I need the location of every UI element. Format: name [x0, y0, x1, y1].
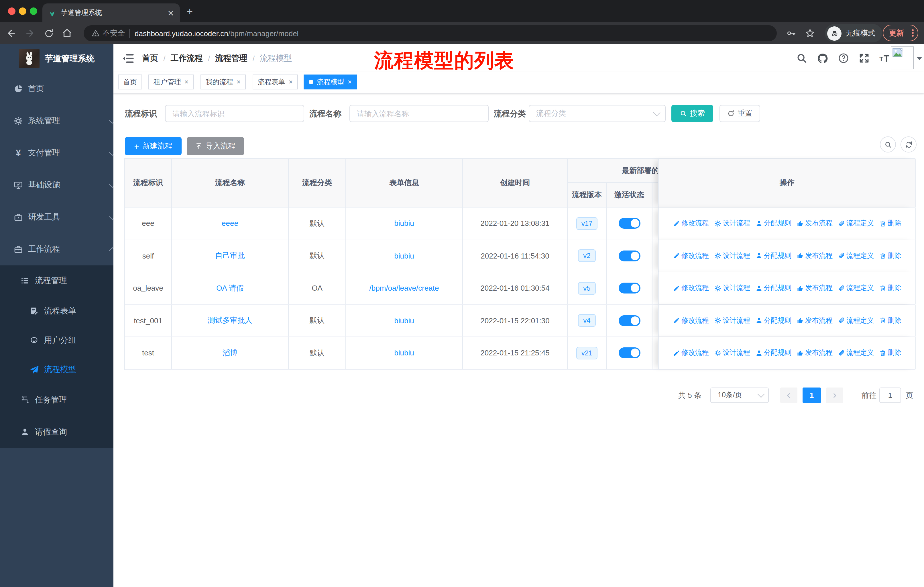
new-tab-button[interactable]: + — [187, 6, 193, 17]
avatar-caret-icon[interactable] — [917, 57, 922, 60]
form-info-link[interactable]: biubiu — [394, 251, 414, 260]
sidebar-item-devtools[interactable]: 研发工具 — [0, 201, 114, 233]
action-process-definition[interactable]: 流程定义 — [838, 219, 874, 228]
form-info-link[interactable]: biubiu — [394, 316, 414, 325]
action-edit-process[interactable]: 修改流程 — [673, 316, 709, 326]
action-publish-process[interactable]: 发布流程 — [797, 348, 833, 358]
active-toggle[interactable] — [619, 348, 640, 359]
form-info-link[interactable]: biubiu — [394, 349, 414, 357]
action-process-definition[interactable]: 流程定义 — [838, 316, 874, 326]
tag-process-form[interactable]: 流程表单× — [252, 74, 298, 89]
action-publish-process[interactable]: 发布流程 — [797, 219, 833, 228]
action-assign-rule[interactable]: 分配规则 — [755, 219, 791, 228]
active-toggle[interactable] — [619, 315, 640, 326]
action-delete[interactable]: 删除 — [879, 348, 901, 358]
process-name-link[interactable]: 滔博 — [223, 348, 238, 358]
close-icon[interactable]: × — [237, 79, 241, 85]
search-button[interactable]: 搜索 — [672, 105, 713, 122]
fullscreen-icon[interactable] — [859, 53, 870, 64]
page-number-current[interactable]: 1 — [803, 387, 821, 403]
browser-menu[interactable]: 更新 — [883, 25, 918, 41]
search-icon[interactable] — [796, 53, 807, 64]
action-edit-process[interactable]: 修改流程 — [673, 348, 709, 358]
breadcrumb-process-mgmt[interactable]: 流程管理 — [215, 53, 248, 63]
sidebar-item-process-form[interactable]: 流程表单 — [0, 296, 114, 326]
tag-process-model[interactable]: 流程模型× — [304, 74, 357, 89]
action-publish-process[interactable]: 发布流程 — [797, 251, 833, 261]
active-toggle[interactable] — [619, 283, 640, 294]
sidebar-item-process-mgmt[interactable]: 流程管理 — [0, 265, 114, 296]
filter-category-select[interactable]: 流程分类 — [529, 105, 666, 122]
sidebar-item-infra[interactable]: 基础设施 — [0, 169, 114, 201]
security-warning[interactable]: 不安全 — [92, 28, 125, 38]
action-design-process[interactable]: 设计流程 — [714, 219, 750, 228]
action-delete[interactable]: 删除 — [879, 283, 901, 293]
create-process-button[interactable]: + 新建流程 — [125, 137, 182, 155]
action-design-process[interactable]: 设计流程 — [714, 251, 750, 261]
help-icon[interactable] — [838, 53, 849, 64]
action-design-process[interactable]: 设计流程 — [714, 283, 750, 293]
action-delete[interactable]: 删除 — [879, 251, 901, 261]
sidebar-item-process-model[interactable]: 流程模型 — [0, 355, 114, 384]
action-process-definition[interactable]: 流程定义 — [838, 348, 874, 358]
sidebar-item-workflow[interactable]: 工作流程 — [0, 233, 114, 265]
sidebar-collapse-icon[interactable] — [121, 52, 134, 64]
action-process-definition[interactable]: 流程定义 — [838, 283, 874, 293]
form-info-link[interactable]: biubiu — [394, 219, 414, 228]
github-icon[interactable] — [817, 53, 828, 64]
process-name-link[interactable]: eeee — [222, 219, 238, 228]
action-publish-process[interactable]: 发布流程 — [797, 283, 833, 293]
close-icon[interactable]: × — [289, 79, 293, 85]
breadcrumb-workflow[interactable]: 工作流程 — [171, 53, 203, 63]
tab-close-icon[interactable]: ✕ — [168, 9, 174, 17]
sidebar-logo[interactable]: 芋道管理系统 — [0, 44, 114, 73]
action-delete[interactable]: 删除 — [879, 316, 901, 326]
filter-id-input[interactable] — [165, 105, 304, 122]
process-name-link[interactable]: OA 请假 — [216, 283, 243, 293]
breadcrumb-home[interactable]: 首页 — [142, 53, 158, 63]
action-assign-rule[interactable]: 分配规则 — [755, 251, 791, 261]
browser-tab[interactable]: 芋道管理系统 ✕ — [42, 3, 180, 22]
sidebar-item-home[interactable]: 首页 — [0, 73, 114, 105]
sidebar-item-task-mgmt[interactable]: 任务管理 — [0, 384, 114, 416]
window-zoom-button[interactable] — [30, 7, 37, 15]
close-icon[interactable]: × — [185, 79, 188, 85]
reload-icon[interactable] — [42, 27, 55, 40]
action-design-process[interactable]: 设计流程 — [714, 348, 750, 358]
forward-icon[interactable] — [23, 27, 36, 40]
process-name-link[interactable]: 自己审批 — [215, 251, 245, 261]
prev-page-button[interactable] — [780, 387, 797, 403]
tag-tenant[interactable]: 租户管理× — [148, 74, 194, 89]
tag-my-process[interactable]: 我的流程× — [201, 74, 246, 89]
next-page-button[interactable] — [826, 387, 843, 403]
action-design-process[interactable]: 设计流程 — [714, 316, 750, 326]
active-toggle[interactable] — [619, 218, 640, 229]
action-edit-process[interactable]: 修改流程 — [673, 219, 709, 228]
window-close-button[interactable] — [8, 7, 15, 15]
action-process-definition[interactable]: 流程定义 — [838, 251, 874, 261]
window-minimize-button[interactable] — [19, 7, 26, 15]
process-name-link[interactable]: 测试多审批人 — [208, 316, 252, 326]
avatar[interactable] — [891, 46, 914, 69]
key-icon[interactable] — [785, 27, 797, 40]
url-bar[interactable]: 不安全 dashboard.yudao.iocoder.cn/bpm/manag… — [84, 25, 777, 41]
action-edit-process[interactable]: 修改流程 — [673, 251, 709, 261]
form-info-link[interactable]: /bpm/oa/leave/create — [370, 284, 439, 293]
action-edit-process[interactable]: 修改流程 — [673, 283, 709, 293]
tag-home[interactable]: 首页 — [118, 74, 142, 89]
font-size-icon[interactable]: TT — [879, 53, 892, 64]
active-toggle[interactable] — [619, 251, 640, 261]
action-assign-rule[interactable]: 分配规则 — [755, 316, 791, 326]
sidebar-item-leave-query[interactable]: 请假查询 — [0, 416, 114, 448]
close-icon[interactable]: × — [348, 79, 352, 85]
import-process-button[interactable]: 导入流程 — [187, 137, 244, 155]
action-publish-process[interactable]: 发布流程 — [797, 316, 833, 326]
goto-page-input[interactable] — [879, 387, 901, 403]
sidebar-item-system[interactable]: 系统管理 — [0, 105, 114, 137]
page-size-select[interactable]: 10条/页 — [710, 387, 769, 403]
filter-name-input[interactable] — [350, 105, 488, 122]
home-icon[interactable] — [61, 27, 73, 40]
sidebar-item-payment[interactable]: ¥ 支付管理 — [0, 137, 114, 169]
back-icon[interactable] — [5, 27, 18, 40]
action-assign-rule[interactable]: 分配规则 — [755, 348, 791, 358]
